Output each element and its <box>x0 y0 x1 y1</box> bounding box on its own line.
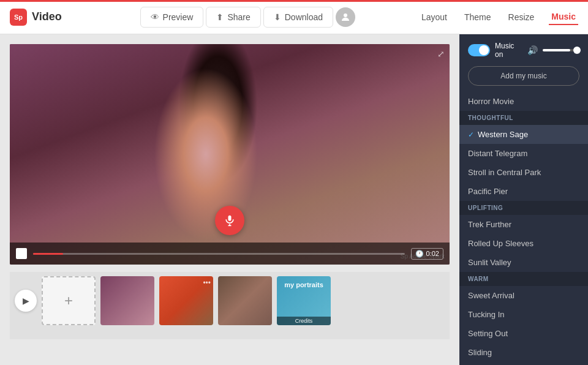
clip-3[interactable]: 3 <box>218 276 272 325</box>
time-value: 0:02 <box>426 250 439 257</box>
preview-label: Preview <box>163 12 194 22</box>
tucking-in-label: Tucking In <box>468 310 505 319</box>
add-music-button[interactable]: Add my music <box>468 66 579 86</box>
user-avatar[interactable] <box>336 7 355 27</box>
header-right-links: Layout Theme Resize Music <box>419 9 578 25</box>
share-icon: ⬆ <box>216 12 224 22</box>
svg-point-0 <box>344 13 347 17</box>
preview-button[interactable]: 👁 Preview <box>140 7 204 28</box>
music-item-sunlit-valley[interactable]: Sunlit Valley <box>459 253 588 272</box>
clip-credits-label: Credits <box>277 317 331 325</box>
western-sage-label: Western Sage <box>478 130 528 139</box>
setting-out-label: Setting Out <box>468 329 508 338</box>
music-item-trek-further[interactable]: Trek Further <box>459 215 588 234</box>
volume-icon: 🔊 <box>527 45 538 55</box>
category-warm: WARM <box>459 272 588 286</box>
top-accent-bar <box>0 0 588 2</box>
time-display: 🕐 0:02 <box>411 248 443 260</box>
sliding-label: Sliding <box>468 348 492 357</box>
music-toggle-row: Music on 🔊 <box>459 34 588 66</box>
clip-credits[interactable]: my portraits Credits <box>277 276 331 325</box>
music-item-pacific-pier[interactable]: Pacific Pier <box>459 182 588 201</box>
sunlit-valley-label: Sunlit Valley <box>468 258 511 267</box>
check-icon: ✓ <box>468 130 474 139</box>
preview-icon: 👁 <box>151 12 159 22</box>
progress-bar[interactable] <box>33 253 405 255</box>
toggle-knob <box>479 45 489 55</box>
clock-icon: 🕐 <box>415 250 424 258</box>
music-item-western-sage[interactable]: ✓ Western Sage <box>459 125 588 144</box>
share-label: Share <box>227 12 250 22</box>
download-button[interactable]: ⬇ Download <box>263 7 333 28</box>
video-player: ⤢ Sp Adobe Spark 🕐 0:02 <box>10 44 450 265</box>
clip-1[interactable]: 1 <box>100 276 154 325</box>
music-item-rolled-up-sleeves[interactable]: Rolled Up Sleeves <box>459 234 588 253</box>
clip-2[interactable]: ••• 2 <box>159 276 213 325</box>
credits-text: my portraits <box>277 276 331 293</box>
category-uplifting: UPLIFTING <box>459 201 588 215</box>
horror-movie-label: Horror Movie <box>468 97 514 106</box>
download-label: Download <box>285 12 323 22</box>
music-on-label: Music on <box>495 42 522 59</box>
download-icon: ⬇ <box>274 12 281 22</box>
resize-link[interactable]: Resize <box>506 10 537 24</box>
pacific-pier-label: Pacific Pier <box>468 187 508 196</box>
category-thoughtful: THOUGHTFUL <box>459 111 588 125</box>
app-title: Video <box>32 10 62 23</box>
timeline-play-button[interactable]: ▶ <box>15 290 37 312</box>
theme-link[interactable]: Theme <box>462 10 494 24</box>
rolled-up-sleeves-label: Rolled Up Sleeves <box>468 239 533 248</box>
progress-fill <box>33 253 63 255</box>
volume-slider[interactable] <box>543 49 579 51</box>
music-panel: Music on 🔊 Add my music Horror Movie THO… <box>459 34 588 365</box>
share-button[interactable]: ⬆ Share <box>206 7 260 28</box>
main-content: ⤢ Sp Adobe Spark 🕐 0:02 ▶ + 1 <box>0 34 588 365</box>
music-item-tucking-in[interactable]: Tucking In <box>459 305 588 324</box>
add-clip-button[interactable]: + <box>42 276 96 325</box>
music-toggle[interactable] <box>468 44 490 56</box>
music-item-setting-out[interactable]: Setting Out <box>459 324 588 343</box>
volume-thumb <box>573 47 581 54</box>
stop-button[interactable] <box>16 248 27 259</box>
music-item-sliding[interactable]: Sliding <box>459 343 588 362</box>
sweet-arrival-label: Sweet Arrival <box>468 291 514 300</box>
logo-area: Sp Video <box>10 9 62 26</box>
music-item-horror-movie[interactable]: Horror Movie <box>459 92 588 111</box>
clip-2-menu[interactable]: ••• <box>203 279 211 287</box>
music-link[interactable]: Music <box>549 9 578 25</box>
music-item-distant-telegram[interactable]: Distant Telegram <box>459 144 588 163</box>
video-controls: 🕐 0:02 <box>10 243 450 265</box>
timeline: ▶ + 1 ••• 2 3 my portraits Credits <box>10 272 450 339</box>
logo-icon: Sp <box>10 9 27 26</box>
svg-rect-1 <box>228 216 232 221</box>
music-item-stroll-central-park[interactable]: Stroll in Central Park <box>459 163 588 182</box>
music-list: Horror Movie THOUGHTFUL ✓ Western Sage D… <box>459 92 588 365</box>
microphone-button[interactable] <box>215 206 244 235</box>
editor-area: ⤢ Sp Adobe Spark 🕐 0:02 ▶ + 1 <box>0 34 459 365</box>
layout-link[interactable]: Layout <box>419 10 450 24</box>
volume-fill <box>543 49 570 51</box>
music-item-sweet-arrival[interactable]: Sweet Arrival <box>459 286 588 305</box>
app-header: Sp Video 👁 Preview ⬆ Share ⬇ Download La… <box>0 0 588 34</box>
fullscreen-button[interactable]: ⤢ <box>437 49 445 59</box>
nav-actions: 👁 Preview ⬆ Share ⬇ Download <box>77 7 419 28</box>
stroll-label: Stroll in Central Park <box>468 168 541 177</box>
distant-telegram-label: Distant Telegram <box>468 149 527 158</box>
trek-further-label: Trek Further <box>468 220 511 229</box>
